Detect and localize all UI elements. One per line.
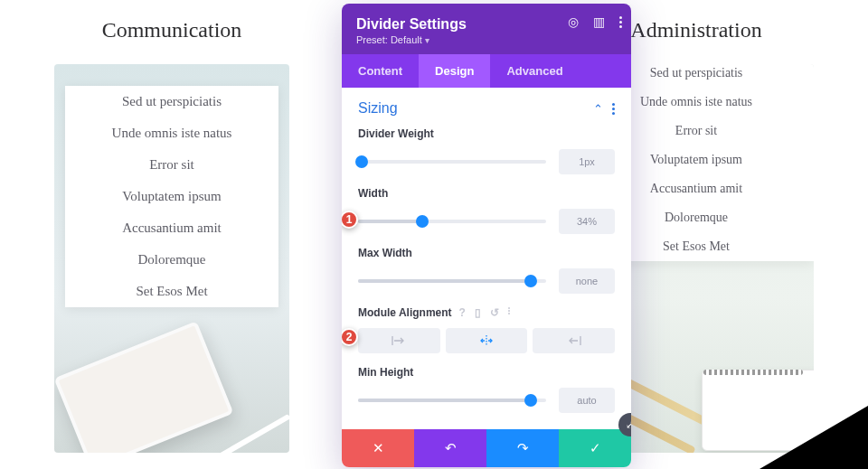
column-heading: Communication <box>54 18 289 42</box>
collapse-icon[interactable]: ⌃ <box>593 102 603 116</box>
redo-button[interactable]: ↷ <box>486 429 559 467</box>
section-more-icon[interactable] <box>612 103 615 115</box>
option-module-alignment: Module Alignment ? ▯ ↺ <box>358 306 615 353</box>
tab-advanced[interactable]: Advanced <box>490 54 579 88</box>
divider-weight-slider[interactable] <box>358 160 546 164</box>
align-left-button[interactable] <box>358 328 440 353</box>
list-item[interactable]: Unde omnis iste natus <box>65 117 278 149</box>
option-label: Module Alignment <box>358 306 452 319</box>
list-item[interactable]: Voluptatem ipsum <box>65 181 278 212</box>
undo-button[interactable]: ↶ <box>414 429 486 467</box>
column-photo: Sed ut perspiciatis Unde omnis iste natu… <box>54 64 289 453</box>
prop-notebook-binding <box>703 370 803 375</box>
cancel-button[interactable]: ✕ <box>342 429 414 467</box>
option-divider-weight: Divider Weight 1px <box>358 127 615 174</box>
list-item[interactable]: Accusantium amit <box>65 212 278 244</box>
width-value[interactable]: 34% <box>559 209 615 234</box>
section-title: Sizing <box>358 100 398 117</box>
slider-thumb[interactable] <box>355 155 368 168</box>
option-max-width: Max Width none <box>358 247 615 294</box>
more-icon[interactable] <box>508 307 510 318</box>
focus-icon[interactable]: ◎ <box>568 14 579 29</box>
align-right-button[interactable] <box>533 328 615 353</box>
slider-thumb[interactable] <box>524 394 537 407</box>
divider-settings-modal: Divider Settings Preset: Default ◎ ▥ Con… <box>342 4 631 467</box>
list-item[interactable]: Set Esos Met <box>65 276 278 307</box>
more-icon[interactable] <box>619 16 622 28</box>
option-hints: ? ▯ ↺ <box>459 307 510 318</box>
option-label: Max Width <box>358 247 615 259</box>
max-width-value[interactable]: none <box>559 268 615 294</box>
column-communication: Communication Sed ut perspiciatis Unde o… <box>54 18 289 469</box>
panel-sizing: Sizing ⌃ Divider Weight 1px Width <box>342 88 631 429</box>
reset-icon[interactable]: ↺ <box>490 307 499 318</box>
list-item[interactable]: Doloremque <box>65 244 278 276</box>
modal-tabs: Content Design Advanced <box>342 54 631 88</box>
help-icon[interactable]: ? <box>459 307 466 318</box>
align-center-button[interactable] <box>446 328 528 353</box>
max-width-slider[interactable] <box>358 279 546 283</box>
header-icons: ◎ ▥ <box>568 14 622 29</box>
responsive-icon[interactable]: ▥ <box>593 14 605 29</box>
preset-dropdown[interactable]: Preset: Default <box>356 34 617 45</box>
list-item[interactable]: Sed ut perspiciatis <box>65 86 278 117</box>
prop-tablet <box>54 321 233 453</box>
min-height-value[interactable]: auto <box>559 388 615 413</box>
slider-thumb[interactable] <box>416 215 429 228</box>
min-height-slider[interactable] <box>358 399 546 402</box>
option-min-height: Min Height auto <box>358 366 615 413</box>
tab-content[interactable]: Content <box>342 54 419 88</box>
modal-footer: ✕ ↶ ↷ ✓ <box>342 429 631 467</box>
option-label: Width <box>358 187 615 200</box>
responsive-icon[interactable]: ▯ <box>475 307 481 318</box>
divider-weight-value[interactable]: 1px <box>559 149 615 174</box>
list-item[interactable]: Error sit <box>65 149 278 181</box>
list-card: Sed ut perspiciatis Unde omnis iste natu… <box>65 86 278 307</box>
slider-thumb[interactable] <box>524 275 537 287</box>
option-label: Divider Weight <box>358 127 615 140</box>
modal-header: Divider Settings Preset: Default ◎ ▥ <box>342 4 631 54</box>
section-header: Sizing ⌃ <box>358 100 615 117</box>
width-slider[interactable] <box>358 220 546 223</box>
option-label: Min Height <box>358 366 615 379</box>
tab-design[interactable]: Design <box>419 54 490 88</box>
option-width: Width 34% <box>358 187 615 234</box>
corner-decor <box>760 406 868 469</box>
save-button[interactable]: ✓ <box>559 429 631 467</box>
